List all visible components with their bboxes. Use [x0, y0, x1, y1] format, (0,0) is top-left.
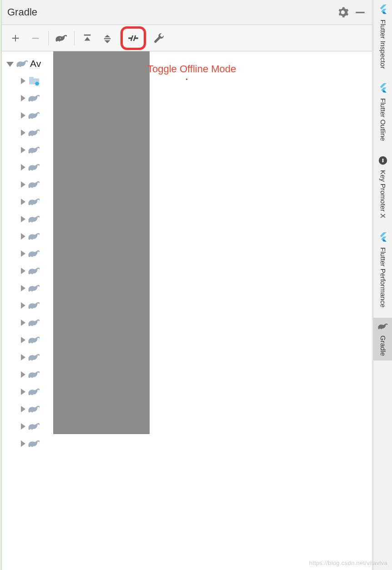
caret-right-icon — [21, 147, 25, 153]
gradle-elephant-icon — [16, 58, 28, 70]
redaction-block — [53, 51, 150, 434]
gradle-elephant-icon — [28, 369, 40, 380]
gradle-button[interactable] — [51, 29, 71, 47]
tool-tab-label: Gradle — [379, 335, 387, 356]
gradle-panel: Gradle — [1, 0, 372, 570]
tool-tab-gradle[interactable]: Gradle — [373, 318, 392, 360]
caret-right-icon — [21, 285, 25, 291]
plus-icon — [10, 33, 20, 43]
gradle-elephant-icon — [28, 265, 40, 277]
gradle-elephant-icon — [28, 300, 40, 311]
gradle-elephant-icon — [28, 161, 40, 173]
gradle-elephant-icon — [28, 196, 40, 208]
keypromoter-icon — [378, 156, 387, 165]
caret-right-icon — [21, 199, 25, 205]
toolbar-separator — [74, 31, 75, 45]
gradle-elephant-icon — [378, 322, 388, 330]
gradle-elephant-icon — [28, 179, 40, 190]
folder-gear-icon — [28, 75, 40, 87]
toolbar-separator — [48, 31, 49, 45]
caret-right-icon — [21, 216, 25, 222]
minus-icon — [354, 6, 366, 18]
gradle-elephant-icon — [28, 438, 40, 450]
minus-icon — [30, 33, 40, 43]
gradle-elephant-icon — [28, 110, 40, 121]
caret-right-icon — [21, 95, 25, 101]
caret-right-icon — [21, 250, 25, 257]
settings-button[interactable] — [337, 6, 349, 19]
collapse-all-icon — [102, 33, 112, 43]
tool-tab-flutter-outline[interactable]: Flutter Outline — [373, 79, 392, 145]
remove-button[interactable] — [25, 29, 45, 47]
caret-right-icon — [21, 130, 25, 136]
caret-right-icon — [21, 302, 25, 309]
highlight-circle — [121, 26, 146, 50]
gradle-elephant-icon — [28, 386, 40, 398]
annotation-dot — [186, 79, 187, 80]
gradle-elephant-icon — [28, 144, 40, 156]
caret-right-icon — [21, 320, 25, 326]
panel-title: Gradle — [7, 6, 332, 18]
gradle-elephant-icon — [28, 334, 40, 346]
caret-right-icon — [21, 423, 25, 430]
gradle-elephant-icon — [28, 403, 40, 415]
caret-right-icon — [21, 371, 25, 378]
wrench-icon — [153, 32, 165, 44]
caret-down-icon — [6, 62, 14, 67]
gradle-settings-button[interactable] — [149, 29, 169, 47]
caret-right-icon — [21, 337, 25, 343]
tool-tab-label: Flutter Outline — [379, 98, 387, 141]
tree-area[interactable]: Toggle Offline Mode Av — [2, 51, 372, 452]
svg-rect-0 — [356, 12, 365, 13]
tree-root-label: Av — [30, 58, 41, 69]
gradle-elephant-icon — [28, 248, 40, 260]
tooltip-label: Toggle Offline Mode — [147, 63, 236, 75]
gradle-elephant-icon — [28, 317, 40, 329]
caret-right-icon — [21, 181, 25, 188]
tool-tab-key-promoter-x[interactable]: Key Promoter X — [373, 151, 392, 223]
gradle-elephant-icon — [28, 282, 40, 294]
tool-tab-label: Key Promoter X — [379, 170, 387, 218]
caret-right-icon — [21, 406, 25, 412]
caret-right-icon — [21, 112, 25, 119]
tool-tab-flutter-performance[interactable]: Flutter Performance — [373, 228, 392, 312]
tool-tab-flutter-inspector[interactable]: Flutter Inspector — [373, 0, 392, 73]
gradle-elephant-icon — [28, 351, 40, 363]
add-button[interactable] — [5, 29, 25, 47]
svg-rect-4 — [104, 38, 111, 39]
caret-right-icon — [21, 78, 25, 84]
toolbar — [2, 25, 372, 51]
gradle-elephant-icon — [55, 32, 67, 44]
right-tool-tabs: Flutter Inspector Flutter Outline Key Pr… — [373, 0, 392, 570]
caret-right-icon — [21, 354, 25, 360]
flutter-icon — [378, 232, 387, 242]
gradle-elephant-icon — [28, 230, 40, 242]
caret-right-icon — [21, 164, 25, 170]
expand-all-icon — [82, 33, 92, 43]
flutter-icon — [378, 83, 387, 93]
caret-right-icon — [21, 268, 25, 274]
gradle-elephant-icon — [28, 127, 40, 139]
toolbar-separator — [146, 31, 146, 45]
panel-header: Gradle — [2, 0, 372, 25]
svg-rect-1 — [32, 38, 39, 39]
svg-rect-3 — [84, 34, 91, 35]
flutter-icon — [378, 5, 387, 15]
caret-right-icon — [21, 440, 25, 447]
gradle-elephant-icon — [28, 213, 40, 225]
tree-item[interactable] — [2, 435, 372, 452]
hide-button[interactable] — [354, 6, 367, 19]
gear-icon — [337, 6, 349, 18]
gradle-elephant-icon — [28, 92, 40, 104]
watermark: https://blog.csdn.net/vitaviva — [309, 560, 387, 566]
caret-right-icon — [21, 233, 25, 240]
tool-tab-label: Flutter Inspector — [379, 20, 387, 69]
tool-tab-label: Flutter Performance — [379, 247, 387, 308]
caret-right-icon — [21, 389, 25, 395]
gradle-elephant-icon — [28, 420, 40, 432]
toggle-offline-button[interactable] — [123, 29, 143, 47]
collapse-all-button[interactable] — [97, 29, 117, 47]
expand-all-button[interactable] — [77, 29, 97, 47]
svg-point-2 — [60, 38, 61, 39]
